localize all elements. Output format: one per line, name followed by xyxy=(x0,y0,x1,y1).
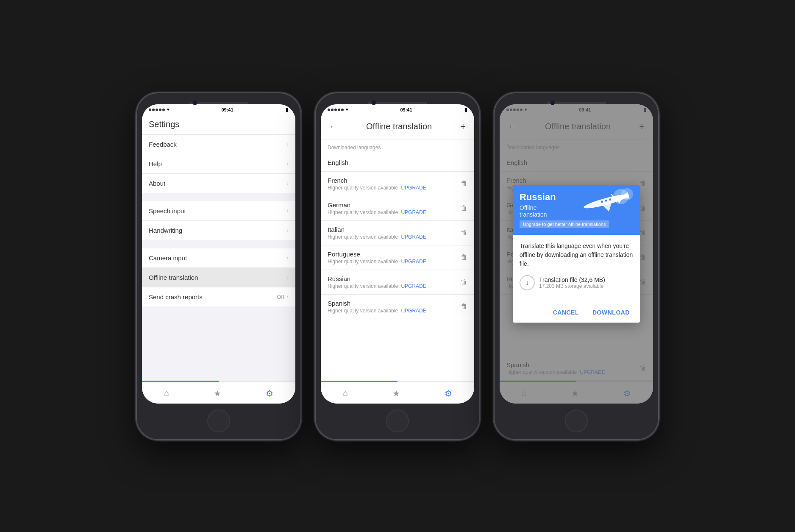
signal-dot xyxy=(162,109,165,111)
signal-dot xyxy=(334,109,337,111)
settings-row-camera[interactable]: Camera input › xyxy=(142,248,295,268)
dialog-file-size: 17.203 MB storage available xyxy=(539,283,605,289)
upgrade-link[interactable]: UPGRADE xyxy=(401,209,426,215)
gear-icon: ⚙ xyxy=(445,388,452,398)
dialog-file-info: Translation file (32,6 MB) 17.203 MB sto… xyxy=(539,276,605,289)
lang-sub: Higher quality version available UPGRADE xyxy=(328,308,426,314)
battery-icon: ▮ xyxy=(464,107,467,113)
bottom-nav-2: ⌂ ★ ⚙ xyxy=(321,382,474,404)
lang-row-russian[interactable]: Russian Higher quality version available… xyxy=(321,270,474,295)
settings-section-input: Speech input › Handwriting › xyxy=(142,201,295,240)
page-title: Offline translation xyxy=(366,122,432,131)
gear-icon: ⚙ xyxy=(266,388,273,398)
chevron-icon: › xyxy=(286,293,289,300)
settings-row-crash[interactable]: Send crash reports Off › xyxy=(142,287,295,306)
phone-1: ▾ 09:41 ▮ Settings Feedback › Help xyxy=(136,92,301,440)
phone-screen-3: ▾ 09:41 ▮ ← Offline translation + Downlo… xyxy=(500,104,653,404)
lang-sub: Higher quality version available UPGRADE xyxy=(328,234,426,240)
settings-row-about[interactable]: About › xyxy=(142,174,295,193)
phone-home-button[interactable] xyxy=(207,409,230,432)
english-row: English xyxy=(321,154,474,172)
nav-settings[interactable]: ⚙ xyxy=(436,387,461,400)
back-button[interactable]: ← xyxy=(328,120,339,133)
lang-row-german[interactable]: German Higher quality version available … xyxy=(321,196,474,221)
phone-home-button[interactable] xyxy=(386,409,409,432)
lang-row-italian[interactable]: Italian Higher quality version available… xyxy=(321,221,474,245)
lang-info: German Higher quality version available … xyxy=(328,201,426,215)
settings-section-other: Camera input › Offline translation › Sen… xyxy=(142,248,295,306)
lang-sub: Higher quality version available UPGRADE xyxy=(328,283,426,289)
upgrade-link[interactable]: UPGRADE xyxy=(401,234,426,240)
settings-row-help[interactable]: Help › xyxy=(142,154,295,174)
lang-row-portuguese[interactable]: Portuguese Higher quality version availa… xyxy=(321,245,474,270)
delete-icon[interactable]: 🗑 xyxy=(461,204,467,212)
dialog-file-row: ↓ Translation file (32,6 MB) 17.203 MB s… xyxy=(520,275,633,290)
dialog-title: Russian xyxy=(520,192,609,203)
settings-row-offline[interactable]: Offline translation › xyxy=(142,268,295,287)
settings-row-right: Off › xyxy=(277,293,289,300)
lang-row-french[interactable]: French Higher quality version available … xyxy=(321,172,474,196)
delete-icon[interactable]: 🗑 xyxy=(461,278,467,286)
lang-name: Spanish xyxy=(328,300,426,307)
cancel-button[interactable]: CANCEL xyxy=(550,307,582,318)
app-header-1: Settings xyxy=(142,114,295,135)
upgrade-link[interactable]: UPGRADE xyxy=(401,185,426,191)
lang-name: Portuguese xyxy=(328,251,426,258)
crash-status: Off xyxy=(277,294,284,300)
dialog-actions: CANCEL DOWNLOAD xyxy=(513,304,640,323)
star-icon: ★ xyxy=(214,388,221,398)
delete-icon[interactable]: 🗑 xyxy=(461,229,467,237)
dialog-upgrade-label: Upgrade to get better offline translatio… xyxy=(520,220,609,228)
nav-favorites[interactable]: ★ xyxy=(384,387,409,400)
settings-row-speech[interactable]: Speech input › xyxy=(142,201,295,221)
bottom-nav-1: ⌂ ★ ⚙ xyxy=(142,382,295,404)
chevron-icon: › xyxy=(286,160,289,167)
settings-list: Feedback › Help › About › xyxy=(142,135,295,381)
delete-icon[interactable]: 🗑 xyxy=(461,303,467,310)
lang-name: German xyxy=(328,201,426,209)
dialog-file-name: Translation file (32,6 MB) xyxy=(539,276,605,283)
nav-home[interactable]: ⌂ xyxy=(334,387,356,400)
delete-icon[interactable]: 🗑 xyxy=(461,253,467,261)
app-header-2: ← Offline translation + xyxy=(321,114,474,139)
download-button[interactable]: DOWNLOAD xyxy=(589,307,633,318)
lang-name: Russian xyxy=(328,275,426,282)
add-button[interactable]: + xyxy=(459,120,467,134)
status-time: 09:41 xyxy=(400,107,412,112)
signal-dot xyxy=(341,109,344,111)
signal-dot xyxy=(156,109,158,111)
phone-screen-1: ▾ 09:41 ▮ Settings Feedback › Help xyxy=(142,104,295,404)
upgrade-link[interactable]: UPGRADE xyxy=(401,259,426,265)
upgrade-link[interactable]: UPGRADE xyxy=(401,283,426,289)
settings-row-feedback[interactable]: Feedback › xyxy=(142,135,295,154)
delete-icon[interactable]: 🗑 xyxy=(461,180,467,187)
home-icon: ⌂ xyxy=(343,388,348,398)
nav-favorites[interactable]: ★ xyxy=(205,387,230,400)
nav-home[interactable]: ⌂ xyxy=(156,387,178,400)
settings-row-handwriting[interactable]: Handwriting › xyxy=(142,221,295,240)
status-left: ▾ xyxy=(328,107,348,112)
star-icon: ★ xyxy=(392,388,400,398)
upgrade-link[interactable]: UPGRADE xyxy=(401,308,426,314)
lang-row-spanish[interactable]: Spanish Higher quality version available… xyxy=(321,295,474,319)
dialog-description: Translate this language even when you're… xyxy=(520,242,633,268)
lang-sub: Higher quality version available UPGRADE xyxy=(328,185,426,191)
signal-dot xyxy=(338,109,340,111)
lang-info: French Higher quality version available … xyxy=(328,177,426,191)
status-time: 09:41 xyxy=(221,107,233,112)
phone-home-button[interactable] xyxy=(565,409,588,432)
phone-screen-2: ▾ 09:41 ▮ ← Offline translation + Downlo… xyxy=(321,104,474,404)
status-bar-2: ▾ 09:41 ▮ xyxy=(321,104,474,114)
settings-row-right: › xyxy=(286,274,289,281)
nav-settings[interactable]: ⚙ xyxy=(257,387,282,400)
settings-gap xyxy=(142,240,295,248)
chevron-icon: › xyxy=(286,207,289,214)
settings-row-right: › xyxy=(286,207,289,214)
signal-dot xyxy=(159,109,161,111)
download-icon: ↓ xyxy=(520,275,535,290)
settings-row-right: › xyxy=(286,254,289,261)
settings-row-right: › xyxy=(286,141,289,148)
progress-fill xyxy=(321,381,398,382)
phone-camera xyxy=(192,100,197,105)
home-icon: ⌂ xyxy=(164,388,169,398)
